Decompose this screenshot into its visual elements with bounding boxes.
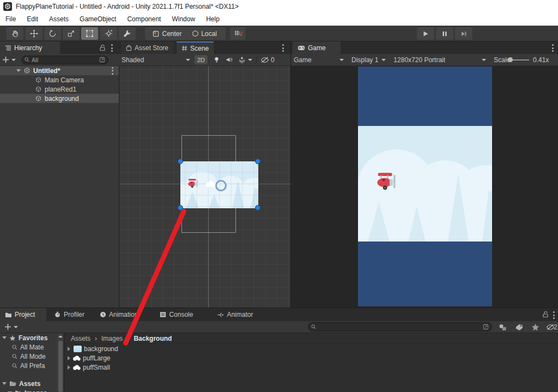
favorite-all-prefabs[interactable]: All Prefa — [0, 361, 57, 370]
effects-dropdown-icon[interactable] — [248, 59, 252, 61]
images-folder-row[interactable]: Images — [0, 388, 57, 392]
shading-mode-dropdown[interactable]: Shaded — [122, 56, 190, 64]
tab-animator[interactable]: Animator — [212, 309, 258, 321]
lock-icon[interactable] — [542, 311, 549, 318]
rect-handle-bottom-right[interactable] — [255, 205, 260, 210]
unity-editor-window: { "window": {"title": "FlappyPlaneTutori… — [0, 0, 558, 392]
menu-assets[interactable]: Assets — [44, 13, 74, 25]
search-picker-icon[interactable] — [99, 57, 105, 63]
tab-game[interactable]: Game — [293, 41, 341, 54]
hierarchy-item-label: background — [45, 95, 79, 102]
menu-file[interactable]: File — [0, 13, 21, 25]
favorites-star-icon[interactable] — [531, 323, 539, 331]
hierarchy-panel: Untitled* Main Camera planeRed1 backgrou… — [0, 66, 119, 308]
tab-console[interactable]: Console — [155, 309, 198, 321]
hierarchy-item-planered1[interactable]: planeRed1 — [0, 85, 119, 94]
resolution-dropdown[interactable]: 1280x720 Portrait — [393, 56, 486, 64]
move-tool-button[interactable] — [26, 27, 43, 40]
scale-slider-knob[interactable] — [508, 57, 513, 62]
hierarchy-item-main-camera[interactable]: Main Camera — [0, 75, 119, 85]
cloud-puff-sprite[interactable] — [205, 180, 216, 188]
tab-asset-store[interactable]: Asset Store — [121, 41, 173, 54]
game-target-dropdown[interactable]: Game — [294, 56, 344, 64]
create-asset-icon[interactable] — [4, 323, 11, 330]
scrollbar-thumb[interactable] — [58, 341, 63, 392]
favorite-all-models[interactable]: All Mode — [0, 352, 57, 361]
add-gameobject-dropdown-icon[interactable] — [11, 59, 16, 61]
transform-tool-button[interactable] — [100, 27, 117, 40]
rect-tool-button[interactable] — [81, 27, 98, 40]
plane-sprite-scene[interactable] — [187, 179, 198, 188]
folder-icon — [5, 312, 12, 318]
scene-effects-icon[interactable] — [238, 56, 246, 63]
breadcrumb-background[interactable]: Background — [134, 335, 172, 342]
rect-handle-top-left[interactable] — [178, 159, 183, 164]
game-menu-icon[interactable] — [551, 44, 554, 52]
asset-row-puffsmall[interactable]: puffSmall — [64, 363, 558, 372]
menu-component[interactable]: Component — [122, 13, 166, 25]
foldout-arrow-icon[interactable] — [16, 69, 21, 72]
asset-row-background[interactable]: background — [64, 344, 558, 353]
scale-tool-button[interactable] — [63, 27, 80, 40]
scroll-up-icon[interactable] — [58, 335, 63, 337]
step-button[interactable] — [455, 27, 472, 40]
project-search-input[interactable] — [308, 322, 492, 331]
filter-by-label-icon[interactable] — [515, 324, 523, 331]
orientation-mode-button[interactable]: Local — [183, 27, 226, 40]
bottom-panel-divider[interactable] — [0, 307, 558, 308]
assets-folder-row[interactable]: Assets — [0, 379, 57, 388]
rotate-tool-button[interactable] — [44, 27, 61, 40]
hierarchy-item-background[interactable]: background — [0, 94, 119, 103]
pivot-handle[interactable] — [215, 180, 227, 191]
tab-project[interactable]: Project — [0, 308, 46, 321]
menu-window[interactable]: Window — [166, 13, 201, 25]
project-scrollbar[interactable] — [57, 333, 64, 392]
project-menu-icon[interactable] — [553, 311, 555, 319]
scene-game-divider[interactable] — [290, 41, 291, 308]
scene-lighting-icon[interactable] — [213, 56, 220, 63]
breadcrumb-images[interactable]: Images — [101, 335, 123, 342]
scene-viewport[interactable] — [119, 66, 291, 308]
menu-gameobject[interactable]: GameObject — [74, 13, 122, 25]
game-tabbar: Game — [291, 41, 558, 54]
foldout-arrow-icon[interactable] — [68, 347, 70, 351]
grid-snapping-button[interactable] — [230, 27, 245, 40]
hierarchy-tabbar: Hierarchy — [0, 41, 119, 54]
create-asset-dropdown-icon[interactable] — [14, 326, 18, 328]
2d-mode-toggle[interactable]: 2D — [195, 55, 208, 64]
hierarchy-scene-row[interactable]: Untitled* — [0, 66, 119, 75]
tab-hierarchy[interactable]: Hierarchy — [0, 41, 60, 54]
tab-scene[interactable]: Scene — [177, 41, 214, 54]
foldout-arrow-icon[interactable] — [2, 382, 7, 385]
favorite-label: All Prefa — [20, 362, 45, 370]
tab-profiler[interactable]: Profiler — [50, 309, 89, 321]
add-gameobject-icon[interactable] — [2, 56, 9, 63]
breadcrumb-assets[interactable]: Assets — [71, 335, 90, 342]
lock-icon[interactable] — [99, 44, 106, 51]
custom-tool-button[interactable] — [119, 27, 136, 40]
hierarchy-menu-icon[interactable] — [111, 44, 113, 52]
scene-menu-icon[interactable] — [282, 44, 284, 52]
scene-audio-icon[interactable] — [226, 56, 233, 63]
search-picker-icon[interactable] — [483, 324, 489, 330]
scene-menu-icon[interactable] — [111, 67, 113, 75]
favorites-foldout[interactable]: Favorites — [0, 333, 57, 342]
filter-by-type-icon[interactable] — [499, 324, 507, 331]
menu-help[interactable]: Help — [201, 13, 225, 25]
asset-row-pufflarge[interactable]: puffLarge — [64, 353, 558, 363]
hand-tool-button[interactable] — [7, 27, 23, 40]
favorite-all-materials[interactable]: All Mate — [0, 342, 57, 352]
play-button[interactable] — [417, 27, 434, 40]
menu-edit[interactable]: Edit — [21, 13, 44, 25]
foldout-arrow-icon[interactable] — [68, 356, 70, 360]
profiler-icon — [54, 311, 61, 318]
rect-handle-top-right[interactable] — [255, 159, 260, 164]
favorites-label: Favorites — [19, 334, 47, 342]
scene-visibility-icon[interactable] — [260, 57, 269, 63]
hierarchy-search-input[interactable]: All — [21, 56, 108, 64]
tab-console-label: Console — [169, 311, 193, 318]
pause-button[interactable] — [436, 27, 453, 40]
foldout-arrow-icon[interactable] — [2, 336, 7, 339]
display-dropdown[interactable]: Display 1 — [351, 56, 386, 64]
foldout-arrow-icon[interactable] — [68, 365, 70, 370]
